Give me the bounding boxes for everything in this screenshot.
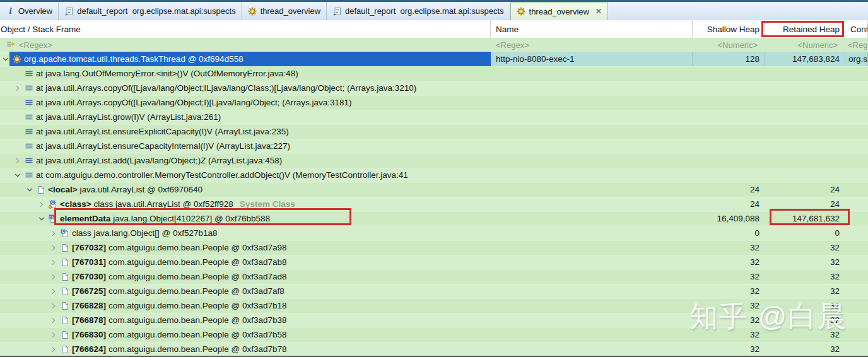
table-row[interactable]: at com.atguigu.demo.controller.MemoryTes… — [0, 168, 868, 182]
stack-frame-icon — [24, 170, 33, 180]
tab-thread_overview[interactable]: thread_overview✕ — [510, 2, 608, 20]
tree-node-label[interactable]: at java.util.Arrays.copyOf([Ljava/lang/O… — [21, 95, 491, 110]
filter-object-input[interactable]: <Regex> — [19, 40, 52, 50]
table-row[interactable]: at java.lang.OutOfMemoryError.<init>()V … — [0, 66, 868, 81]
tab-overview[interactable]: iOverview — [0, 2, 59, 20]
table-row[interactable]: [766878]com.atguigu.demo.bean.People @ 0… — [0, 313, 868, 327]
tree-node-label[interactable]: [766830]com.atguigu.demo.bean.People @ 0… — [57, 327, 491, 342]
cell-name — [491, 197, 693, 211]
filter-shallow-input[interactable]: <Numeric> — [693, 38, 765, 52]
tree-node-label[interactable]: [766878]com.atguigu.demo.bean.People @ 0… — [57, 313, 491, 327]
chevron-right-icon[interactable] — [49, 287, 57, 296]
cell-shallow-heap: 32 — [693, 342, 765, 356]
tree-node-label[interactable]: at java.util.ArrayList.ensureCapacityInt… — [21, 139, 491, 153]
tree-node-label[interactable]: at com.atguigu.demo.controller.MemoryTes… — [21, 168, 491, 182]
table-row[interactable]: [767030]com.atguigu.demo.bean.People @ 0… — [0, 269, 868, 284]
column-header-name[interactable]: Name — [491, 20, 693, 38]
table-row[interactable]: at java.util.Arrays.copyOf([Ljava/lang/O… — [0, 81, 868, 95]
table-row[interactable]: [766725]com.atguigu.demo.bean.People @ 0… — [0, 284, 868, 298]
tree-node-label[interactable]: org.apache.tomcat.util.threads.TaskThrea… — [9, 52, 491, 66]
column-header-context[interactable]: Cont — [845, 20, 868, 38]
tree-node-label[interactable]: at java.util.ArrayList.grow(I)V (ArrayLi… — [21, 110, 491, 124]
chevron-right-icon[interactable] — [49, 316, 57, 325]
chevron-right-icon[interactable] — [13, 156, 21, 165]
tree-node-label[interactable]: [766828]com.atguigu.demo.bean.People @ 0… — [57, 298, 491, 313]
tree-node-label[interactable]: at java.util.ArrayList.ensureExplicitCap… — [21, 124, 491, 139]
table-row[interactable]: at java.util.ArrayList.ensureExplicitCap… — [0, 124, 868, 139]
table-row[interactable]: Cclass java.lang.Object[] @ 0xf527b1a800 — [0, 226, 868, 240]
tree-node-label[interactable]: at java.lang.OutOfMemoryError.<init>()V … — [21, 66, 491, 81]
overview-icon: i — [6, 6, 15, 16]
object-icon — [60, 330, 69, 339]
stack-frame-icon — [24, 141, 33, 151]
filter-name-input[interactable]: <Regex> — [491, 38, 693, 52]
tree-node-label[interactable]: [766624]com.atguigu.demo.bean.People @ 0… — [57, 342, 491, 356]
svg-text:C: C — [51, 200, 54, 204]
chevron-right-icon[interactable] — [49, 345, 57, 354]
tree-indent — [0, 349, 49, 349]
tree-node-label[interactable]: [766725]com.atguigu.demo.bean.People @ 0… — [57, 284, 491, 298]
column-header-shallow-heap[interactable]: Shallow Heap — [693, 20, 765, 38]
filter-icon — [6, 40, 15, 50]
cell-retained-heap: 0 — [765, 226, 845, 240]
table-row[interactable]: at java.util.ArrayList.add(Ljava/lang/Ob… — [0, 153, 868, 168]
tree-indent — [0, 146, 13, 146]
tab-default_report[interactable]: default_report org.eclipse.mat.api:suspe… — [327, 2, 510, 20]
chevron-right-icon[interactable] — [49, 272, 57, 281]
chevron-right-icon[interactable] — [49, 258, 57, 267]
chevron-down-icon[interactable] — [13, 171, 21, 180]
filter-context-input[interactable]: <Reg — [845, 38, 868, 52]
stack-frame-icon — [24, 156, 33, 165]
chevron-right-icon[interactable] — [37, 200, 45, 209]
table-row[interactable]: []elementDatajava.lang.Object[4102267] @… — [0, 211, 868, 226]
chevron-right-icon[interactable] — [49, 229, 57, 238]
table-row[interactable]: at java.util.ArrayList.ensureCapacityInt… — [0, 139, 868, 153]
field-name: elementData — [60, 214, 110, 223]
table-row[interactable]: [766830]com.atguigu.demo.bean.People @ 0… — [0, 327, 868, 342]
object-icon — [60, 257, 69, 267]
table-row[interactable]: at java.util.ArrayList.grow(I)V (ArrayLi… — [0, 110, 868, 124]
cell-retained-heap: 32 — [765, 284, 845, 298]
table-row[interactable]: <local>java.util.ArrayList @ 0xf69706402… — [0, 182, 868, 197]
cell-context — [845, 240, 868, 255]
tree-indent — [0, 88, 13, 88]
cell-context — [845, 327, 868, 342]
close-icon[interactable]: ✕ — [595, 7, 602, 16]
svg-text:C: C — [61, 229, 64, 233]
chevron-right-icon[interactable] — [13, 84, 21, 93]
table-row[interactable]: [766624]com.atguigu.demo.bean.People @ 0… — [0, 342, 868, 356]
object-icon — [60, 344, 69, 354]
tree-indent — [0, 189, 25, 190]
table-row[interactable]: C<class>class java.util.ArrayList @ 0xf5… — [0, 197, 868, 211]
tree-node-label[interactable]: <local>java.util.ArrayList @ 0xf6970640 — [33, 182, 491, 197]
table-row[interactable]: org.apache.tomcat.util.threads.TaskThrea… — [0, 52, 868, 66]
cell-shallow-heap: 24 — [693, 197, 765, 211]
table-row[interactable]: [766828]com.atguigu.demo.bean.People @ 0… — [0, 298, 868, 313]
tree-node-label[interactable]: Cclass java.lang.Object[] @ 0xf527b1a8 — [57, 226, 491, 240]
tree-node-label[interactable]: at java.util.Arrays.copyOf([Ljava/lang/O… — [21, 81, 491, 95]
tab-thread_overview[interactable]: thread_overview — [242, 2, 327, 20]
tab-label: thread_overview — [529, 7, 589, 16]
chevron-down-icon[interactable] — [37, 214, 45, 223]
chevron-down-icon[interactable] — [1, 55, 9, 64]
table-row[interactable]: at java.util.Arrays.copyOf([Ljava/lang/O… — [0, 95, 868, 110]
gear-icon — [517, 7, 526, 16]
column-header-object[interactable]: Object / Stack Frame — [0, 20, 491, 38]
tree-node-label[interactable]: [767030]com.atguigu.demo.bean.People @ 0… — [57, 269, 491, 284]
table-row[interactable]: [767031]com.atguigu.demo.bean.People @ 0… — [0, 255, 868, 269]
chevron-right-icon[interactable] — [49, 331, 57, 339]
chevron-right-icon[interactable] — [49, 243, 57, 252]
tab-default_report[interactable]: default_report org.eclipse.mat.api:suspe… — [59, 2, 242, 20]
column-header-retained-heap[interactable]: Retained Heap — [765, 20, 845, 38]
chevron-right-icon[interactable] — [49, 301, 57, 310]
node-text: at java.util.Arrays.copyOf([Ljava/lang/O… — [36, 98, 351, 107]
tree-node-label[interactable]: []elementDatajava.lang.Object[4102267] @… — [45, 211, 491, 226]
tree-node-label[interactable]: [767032]com.atguigu.demo.bean.People @ 0… — [57, 240, 491, 255]
tree-node-label[interactable]: [767031]com.atguigu.demo.bean.People @ 0… — [57, 255, 491, 269]
chevron-down-icon[interactable] — [25, 185, 33, 194]
cell-context — [845, 66, 868, 81]
tree-node-label[interactable]: at java.util.ArrayList.add(Ljava/lang/Ob… — [21, 153, 491, 168]
tree-node-label[interactable]: C<class>class java.util.ArrayList @ 0xf5… — [45, 197, 491, 211]
filter-retained-input[interactable]: <Numeric> — [765, 38, 845, 52]
table-row[interactable]: [767032]com.atguigu.demo.bean.People @ 0… — [0, 240, 868, 255]
